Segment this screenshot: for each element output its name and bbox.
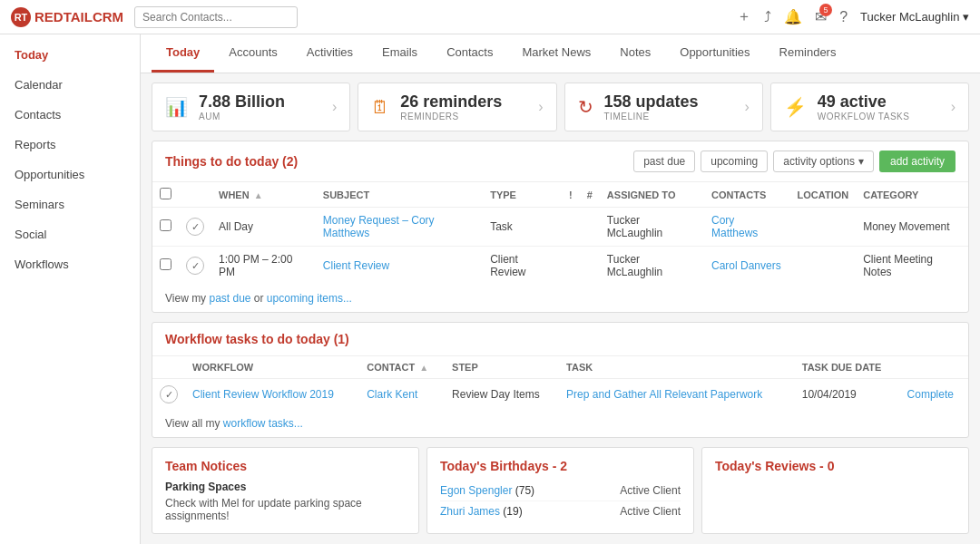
bell-icon[interactable]: 🔔: [784, 8, 802, 25]
contact-link[interactable]: Cory Matthews: [711, 214, 758, 239]
past-due-button[interactable]: past due: [633, 151, 695, 172]
col-when[interactable]: WHEN ▲: [211, 182, 316, 208]
row-complete[interactable]: Complete: [900, 379, 968, 411]
subject-link[interactable]: Client Review: [323, 259, 389, 272]
birthday-status-2: Active Client: [620, 505, 681, 518]
birthday-name-2[interactable]: Zhuri James (19): [440, 505, 523, 518]
expand-button[interactable]: ✓: [186, 257, 204, 275]
upcoming-link[interactable]: upcoming items...: [267, 292, 352, 305]
tab-accounts[interactable]: Accounts: [214, 34, 291, 73]
workflow-link[interactable]: Client Review Workflow 2019: [192, 388, 334, 401]
stat-aum-label: AUM: [199, 112, 285, 121]
workflow-header: Workflow tasks to do today (1): [152, 323, 968, 356]
activity-options-button[interactable]: activity options ▾: [773, 151, 874, 172]
share-icon[interactable]: ⤴: [764, 9, 771, 25]
tab-today[interactable]: Today: [152, 34, 214, 73]
contact-link[interactable]: Carol Danvers: [711, 259, 781, 272]
logo-icon: RT: [11, 7, 31, 27]
subject-link[interactable]: Money Request – Cory Matthews: [323, 214, 435, 239]
activities-table: WHEN ▲ SUBJECT TYPE ! # ASSIGNED TO CONT…: [152, 182, 968, 285]
row-location: [790, 208, 857, 247]
reviews-title: Today's Reviews - 0: [715, 459, 956, 473]
workflow-tasks-link[interactable]: workflow tasks...: [223, 417, 303, 430]
col-due-date: TASK DUE DATE: [795, 356, 900, 379]
stat-workflow[interactable]: ⚡ 49 active WORKFLOW TASKS ›: [770, 83, 969, 131]
row-contact: Carol Danvers: [704, 247, 790, 286]
notification-icon[interactable]: ✉ 5: [815, 8, 827, 25]
row-due-date: 10/04/2019: [795, 379, 900, 411]
layout: Today Calendar Contacts Reports Opportun…: [0, 34, 980, 544]
table-row: ✓ 1:00 PM – 2:00 PM Client Review Client…: [152, 247, 968, 286]
tab-notes[interactable]: Notes: [605, 34, 665, 73]
view-more-workflows: View all my workflow tasks...: [152, 410, 968, 437]
tab-opportunities[interactable]: Opportunities: [665, 34, 764, 73]
workflow-icon: ⚡: [784, 96, 807, 118]
top-nav-icons: ＋ ⤴ 🔔 ✉ 5 ? Tucker McLaughlin ▾: [737, 7, 969, 26]
sidebar-item-seminars[interactable]: Seminars: [0, 189, 140, 219]
main-content: Today Accounts Activities Emails Contact…: [141, 34, 980, 544]
row-expand[interactable]: ✓: [179, 247, 211, 286]
expand-button[interactable]: ✓: [186, 218, 204, 236]
birthday-row-1: Egon Spengler (75) Active Client: [440, 481, 681, 501]
stat-aum-arrow: ›: [332, 99, 337, 115]
add-icon[interactable]: ＋: [737, 7, 751, 26]
sort-contact-icon: ▲: [419, 363, 428, 373]
sidebar-item-reports[interactable]: Reports: [0, 130, 140, 160]
col-action: [900, 356, 968, 379]
sidebar-item-contacts[interactable]: Contacts: [0, 100, 140, 130]
user-name[interactable]: Tucker McLaughlin ▾: [860, 10, 969, 24]
col-contact-wf[interactable]: CONTACT ▲: [359, 356, 445, 379]
sidebar: Today Calendar Contacts Reports Opportun…: [0, 34, 141, 544]
stat-workflow-value: 49 active: [818, 92, 910, 112]
tab-emails[interactable]: Emails: [368, 34, 432, 73]
workflow-title: Workflow tasks to do today (1): [165, 332, 349, 346]
past-due-link[interactable]: past due: [209, 292, 250, 305]
row-task-wf: Prep and Gather All Relevant Paperwork: [559, 379, 795, 411]
birthday-name-1[interactable]: Egon Spengler (75): [440, 484, 534, 497]
stat-workflow-arrow: ›: [951, 99, 956, 115]
row-checkbox[interactable]: [152, 247, 179, 286]
col-location: LOCATION: [790, 182, 857, 208]
notice-text: Check with Mel for update parking space …: [165, 497, 406, 522]
select-all-checkbox[interactable]: [160, 188, 172, 199]
stat-aum[interactable]: 📊 7.88 Billion AUM ›: [152, 83, 350, 131]
reminders-icon: 🗓: [371, 97, 389, 118]
col-step: STEP: [445, 356, 559, 379]
sidebar-item-calendar[interactable]: Calendar: [0, 70, 140, 100]
search-input[interactable]: [134, 6, 298, 28]
col-type: TYPE: [483, 182, 562, 208]
search-bar[interactable]: [134, 6, 298, 28]
row-category: Money Movement: [856, 208, 968, 247]
stat-reminders[interactable]: 🗓 26 reminders REMINDERS ›: [358, 83, 556, 131]
team-notices-card: Team Notices Parking Spaces Check with M…: [152, 447, 419, 534]
sidebar-item-today[interactable]: Today: [0, 40, 140, 70]
row-location: [790, 247, 857, 286]
sidebar-item-workflows[interactable]: Workflows: [0, 249, 140, 279]
tab-reminders[interactable]: Reminders: [765, 34, 851, 73]
complete-button[interactable]: Complete: [907, 388, 954, 401]
row-category: Client Meeting Notes: [856, 247, 968, 286]
stat-aum-value: 7.88 Billion: [199, 92, 285, 112]
row-expand[interactable]: ✓: [179, 208, 211, 247]
upcoming-button[interactable]: upcoming: [701, 151, 768, 172]
sidebar-item-opportunities[interactable]: Opportunities: [0, 160, 140, 189]
workflow-contact-link[interactable]: Clark Kent: [367, 388, 417, 401]
col-priority: !: [562, 182, 580, 208]
notification-badge: 5: [819, 4, 832, 16]
tab-market-news[interactable]: Market News: [507, 34, 605, 73]
row-assigned: Tucker McLaughlin: [600, 247, 704, 286]
sidebar-item-social[interactable]: Social: [0, 219, 140, 249]
add-activity-button[interactable]: add activity: [879, 151, 956, 172]
row-expand-wf[interactable]: ✓: [152, 379, 185, 411]
stat-timeline[interactable]: ↻ 158 updates TIMELINE ›: [564, 83, 763, 131]
task-link[interactable]: Prep and Gather All Relevant Paperwork: [566, 388, 762, 401]
help-icon[interactable]: ?: [839, 9, 848, 25]
tab-activities[interactable]: Activities: [292, 34, 368, 73]
row-checkbox[interactable]: [152, 208, 179, 247]
top-nav: RT REDTAILCRM ＋ ⤴ 🔔 ✉ 5 ? Tucker McLaugh…: [0, 0, 980, 34]
expand-workflow-button[interactable]: ✓: [160, 385, 178, 403]
stat-timeline-arrow: ›: [744, 99, 749, 115]
tab-contacts[interactable]: Contacts: [432, 34, 507, 73]
stat-reminders-label: REMINDERS: [400, 112, 502, 121]
col-num: #: [580, 182, 600, 208]
